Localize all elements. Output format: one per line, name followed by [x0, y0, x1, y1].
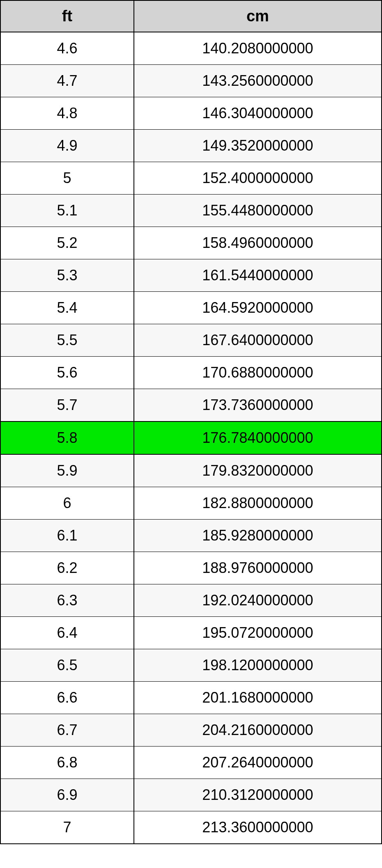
cell-cm: 204.2160000000: [134, 714, 382, 747]
cell-ft: 7: [0, 811, 134, 844]
cell-ft: 5.6: [0, 357, 134, 389]
table-row: 4.8146.3040000000: [0, 97, 382, 130]
cell-cm: 192.0240000000: [134, 584, 382, 617]
table-row: 5.3161.5440000000: [0, 259, 382, 292]
cell-ft: 5.5: [0, 324, 134, 357]
table-row: 5152.4000000000: [0, 162, 382, 195]
table-row: 5.7173.7360000000: [0, 389, 382, 422]
table-row: 6.3192.0240000000: [0, 584, 382, 617]
conversion-table: ft cm 4.6140.20800000004.7143.2560000000…: [0, 0, 382, 844]
cell-ft: 6.3: [0, 584, 134, 617]
table-row: 6.2188.9760000000: [0, 552, 382, 584]
cell-ft: 4.6: [0, 32, 134, 65]
cell-ft: 5.9: [0, 454, 134, 487]
table-row: 4.6140.2080000000: [0, 32, 382, 65]
cell-ft: 6.1: [0, 520, 134, 552]
table-row: 5.1155.4480000000: [0, 195, 382, 227]
cell-ft: 5.1: [0, 195, 134, 227]
cell-ft: 4.9: [0, 130, 134, 162]
cell-ft: 6.8: [0, 747, 134, 779]
cell-cm: 152.4000000000: [134, 162, 382, 195]
cell-cm: 179.8320000000: [134, 454, 382, 487]
cell-ft: 6.9: [0, 779, 134, 811]
cell-cm: 173.7360000000: [134, 389, 382, 422]
cell-cm: 210.3120000000: [134, 779, 382, 811]
cell-cm: 164.5920000000: [134, 292, 382, 324]
column-header-ft: ft: [0, 0, 134, 32]
table-row: 6182.8800000000: [0, 487, 382, 520]
cell-cm: 207.2640000000: [134, 747, 382, 779]
cell-cm: 140.2080000000: [134, 32, 382, 65]
cell-ft: 6: [0, 487, 134, 520]
table-row: 6.6201.1680000000: [0, 682, 382, 714]
table-row: 4.7143.2560000000: [0, 65, 382, 97]
column-header-cm: cm: [134, 0, 382, 32]
table-body: 4.6140.20800000004.7143.25600000004.8146…: [0, 32, 382, 844]
cell-ft: 4.7: [0, 65, 134, 97]
cell-cm: 185.9280000000: [134, 520, 382, 552]
cell-ft: 6.4: [0, 617, 134, 649]
cell-ft: 6.6: [0, 682, 134, 714]
cell-ft: 5.3: [0, 259, 134, 292]
cell-ft: 6.5: [0, 649, 134, 682]
cell-cm: 176.7840000000: [134, 421, 382, 454]
cell-cm: 198.1200000000: [134, 649, 382, 682]
cell-cm: 188.9760000000: [134, 552, 382, 584]
cell-cm: 161.5440000000: [134, 259, 382, 292]
cell-ft: 5.8: [0, 421, 134, 454]
cell-cm: 143.2560000000: [134, 65, 382, 97]
cell-ft: 5.7: [0, 389, 134, 422]
cell-ft: 6.2: [0, 552, 134, 584]
cell-cm: 158.4960000000: [134, 227, 382, 259]
table-row: 5.8176.7840000000: [0, 421, 382, 454]
cell-cm: 170.6880000000: [134, 357, 382, 389]
table-row: 5.9179.8320000000: [0, 454, 382, 487]
cell-cm: 182.8800000000: [134, 487, 382, 520]
table-row: 7213.3600000000: [0, 811, 382, 844]
cell-cm: 149.3520000000: [134, 130, 382, 162]
cell-ft: 6.7: [0, 714, 134, 747]
table-header-row: ft cm: [0, 0, 382, 32]
table-row: 4.9149.3520000000: [0, 130, 382, 162]
cell-ft: 5.2: [0, 227, 134, 259]
cell-cm: 146.3040000000: [134, 97, 382, 130]
cell-cm: 195.0720000000: [134, 617, 382, 649]
table-row: 6.5198.1200000000: [0, 649, 382, 682]
table-row: 6.7204.2160000000: [0, 714, 382, 747]
cell-ft: 4.8: [0, 97, 134, 130]
table-row: 6.9210.3120000000: [0, 779, 382, 811]
table-row: 6.8207.2640000000: [0, 747, 382, 779]
cell-cm: 167.6400000000: [134, 324, 382, 357]
cell-cm: 155.4480000000: [134, 195, 382, 227]
table-row: 6.4195.0720000000: [0, 617, 382, 649]
cell-cm: 213.3600000000: [134, 811, 382, 844]
table-row: 6.1185.9280000000: [0, 520, 382, 552]
table-row: 5.4164.5920000000: [0, 292, 382, 324]
table-row: 5.6170.6880000000: [0, 357, 382, 389]
cell-ft: 5.4: [0, 292, 134, 324]
cell-cm: 201.1680000000: [134, 682, 382, 714]
cell-ft: 5: [0, 162, 134, 195]
table-row: 5.2158.4960000000: [0, 227, 382, 259]
table-row: 5.5167.6400000000: [0, 324, 382, 357]
